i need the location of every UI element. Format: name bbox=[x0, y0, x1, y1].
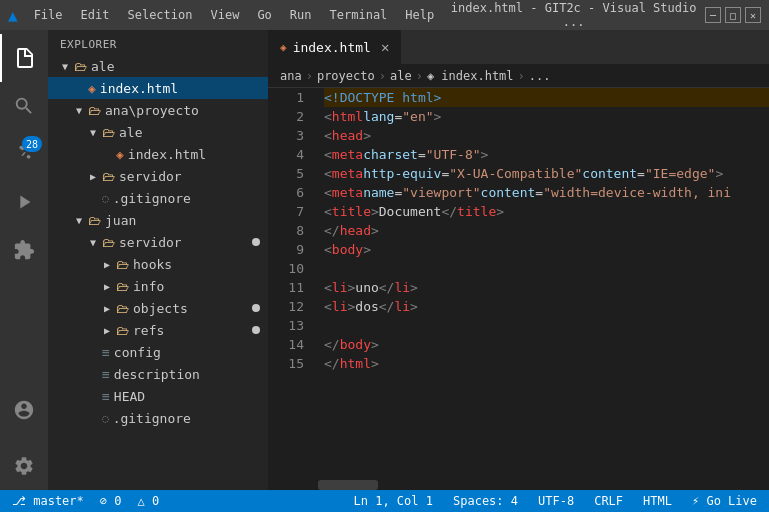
file-encoding[interactable]: UTF-8 bbox=[534, 494, 578, 508]
folder-icon: 🗁 bbox=[102, 125, 115, 140]
activity-search[interactable] bbox=[0, 82, 48, 130]
language-mode[interactable]: HTML bbox=[639, 494, 676, 508]
tree-item-objects[interactable]: ▶🗁objects bbox=[48, 297, 268, 319]
menu-selection[interactable]: Selection bbox=[119, 6, 200, 24]
tree-item-servidor[interactable]: ▶🗁servidor bbox=[48, 165, 268, 187]
eol-type[interactable]: CRLF bbox=[590, 494, 627, 508]
tree-item-head[interactable]: ≡HEAD bbox=[48, 385, 268, 407]
folder-icon: 🗁 bbox=[102, 235, 115, 250]
cursor-position[interactable]: Ln 1, Col 1 bbox=[350, 494, 437, 508]
menu-view[interactable]: View bbox=[202, 6, 247, 24]
tree-item-hooks[interactable]: ▶🗁hooks bbox=[48, 253, 268, 275]
activity-extensions[interactable] bbox=[0, 226, 48, 274]
code-line-10 bbox=[324, 259, 769, 278]
git-icon: ◌ bbox=[102, 412, 109, 425]
close-button[interactable]: ✕ bbox=[745, 7, 761, 23]
menu-bar: File Edit Selection View Go Run Terminal… bbox=[26, 6, 443, 24]
tree-item-description[interactable]: ≡description bbox=[48, 363, 268, 385]
menu-run[interactable]: Run bbox=[282, 6, 320, 24]
minimize-button[interactable]: ─ bbox=[705, 7, 721, 23]
token: </ bbox=[324, 354, 340, 373]
line-number-7: 7 bbox=[268, 202, 304, 221]
maximize-button[interactable]: □ bbox=[725, 7, 741, 23]
token: < bbox=[324, 107, 332, 126]
token: li bbox=[332, 297, 348, 316]
token: meta bbox=[332, 145, 363, 164]
go-live-button[interactable]: ⚡ Go Live bbox=[688, 494, 761, 508]
warnings-count[interactable]: △ 0 bbox=[133, 494, 163, 508]
window-controls: ─ □ ✕ bbox=[705, 7, 761, 23]
menu-go[interactable]: Go bbox=[249, 6, 279, 24]
activity-source-control[interactable]: 28 bbox=[0, 130, 48, 178]
line-numbers: 123456789101112131415 bbox=[268, 88, 316, 480]
token: charset bbox=[363, 145, 418, 164]
tree-item-ale[interactable]: ▼🗁ale bbox=[48, 55, 268, 77]
titlebar: ▲ File Edit Selection View Go Run Termin… bbox=[0, 0, 769, 30]
folder-icon: 🗁 bbox=[88, 103, 101, 118]
breadcrumb-ana[interactable]: ana bbox=[280, 69, 302, 83]
tab-close-button[interactable]: ✕ bbox=[381, 39, 389, 55]
token: > bbox=[410, 278, 418, 297]
tree-item-info[interactable]: ▶🗁info bbox=[48, 275, 268, 297]
token: "width=device-width, ini bbox=[543, 183, 731, 202]
tree-label: config bbox=[114, 345, 268, 360]
breadcrumb-ale[interactable]: ale bbox=[390, 69, 412, 83]
token: </ bbox=[441, 202, 457, 221]
activity-run[interactable] bbox=[0, 178, 48, 226]
menu-edit[interactable]: Edit bbox=[73, 6, 118, 24]
tree-item--gitignore[interactable]: ◌.gitignore bbox=[48, 407, 268, 429]
tree-item-ana-proyecto[interactable]: ▼🗁ana\proyecto bbox=[48, 99, 268, 121]
tab-bar: ◈ index.html ✕ bbox=[268, 30, 769, 65]
menu-file[interactable]: File bbox=[26, 6, 71, 24]
menu-help[interactable]: Help bbox=[397, 6, 442, 24]
indentation[interactable]: Spaces: 4 bbox=[449, 494, 522, 508]
breadcrumb-dots[interactable]: ... bbox=[529, 69, 551, 83]
editor-panel: ◈ index.html ✕ ana › proyecto › ale › ◈ … bbox=[268, 30, 769, 490]
tree-item-servidor[interactable]: ▼🗁servidor bbox=[48, 231, 268, 253]
tree-item--gitignore[interactable]: ◌.gitignore bbox=[48, 187, 268, 209]
folder-icon: 🗁 bbox=[116, 301, 129, 316]
tree-label: hooks bbox=[133, 257, 268, 272]
errors-count[interactable]: ⊘ 0 bbox=[96, 494, 126, 508]
tab-index-html[interactable]: ◈ index.html ✕ bbox=[268, 30, 401, 64]
tree-arrow: ▼ bbox=[90, 237, 102, 248]
tree-arrow: ▼ bbox=[62, 61, 74, 72]
token: </ bbox=[379, 297, 395, 316]
token: lang bbox=[363, 107, 394, 126]
code-content[interactable]: <!DOCTYPE html><html lang="en"><head> <m… bbox=[316, 88, 769, 480]
token: body bbox=[332, 240, 363, 259]
activity-settings[interactable] bbox=[0, 442, 48, 490]
code-line-14: </body> bbox=[324, 335, 769, 354]
tree-item-ale[interactable]: ▼🗁ale bbox=[48, 121, 268, 143]
modified-dot bbox=[252, 326, 260, 334]
code-line-15: </html> bbox=[324, 354, 769, 373]
tree-item-refs[interactable]: ▶🗁refs bbox=[48, 319, 268, 341]
tree-item-juan[interactable]: ▼🗁juan bbox=[48, 209, 268, 231]
token: > bbox=[347, 278, 355, 297]
line-number-6: 6 bbox=[268, 183, 304, 202]
token: meta bbox=[332, 183, 363, 202]
token: </ bbox=[324, 221, 340, 240]
code-area[interactable]: 123456789101112131415 <!DOCTYPE html><ht… bbox=[268, 88, 769, 480]
code-line-6: <meta name="viewport" content="width=dev… bbox=[324, 183, 769, 202]
tree-item-index-html[interactable]: ◈index.html bbox=[48, 77, 268, 99]
token: head bbox=[340, 221, 371, 240]
line-number-11: 11 bbox=[268, 278, 304, 297]
breadcrumb-file[interactable]: ◈ index.html bbox=[427, 69, 514, 83]
git-icon: ◌ bbox=[102, 192, 109, 205]
tree-label: index.html bbox=[100, 81, 268, 96]
editor-scrollbar[interactable] bbox=[268, 480, 769, 490]
folder-icon: 🗁 bbox=[116, 323, 129, 338]
tree-item-config[interactable]: ≡config bbox=[48, 341, 268, 363]
tree-item-index-html[interactable]: ◈index.html bbox=[48, 143, 268, 165]
activity-files[interactable] bbox=[0, 34, 48, 82]
git-branch[interactable]: ⎇ master* bbox=[8, 494, 88, 508]
tree-label: description bbox=[114, 367, 268, 382]
menu-terminal[interactable]: Terminal bbox=[322, 6, 396, 24]
token: li bbox=[332, 278, 348, 297]
token: head bbox=[332, 126, 363, 145]
token: meta bbox=[332, 164, 363, 183]
scrollbar-thumb[interactable] bbox=[318, 480, 378, 490]
activity-account[interactable] bbox=[0, 386, 48, 434]
breadcrumb-proyecto[interactable]: proyecto bbox=[317, 69, 375, 83]
